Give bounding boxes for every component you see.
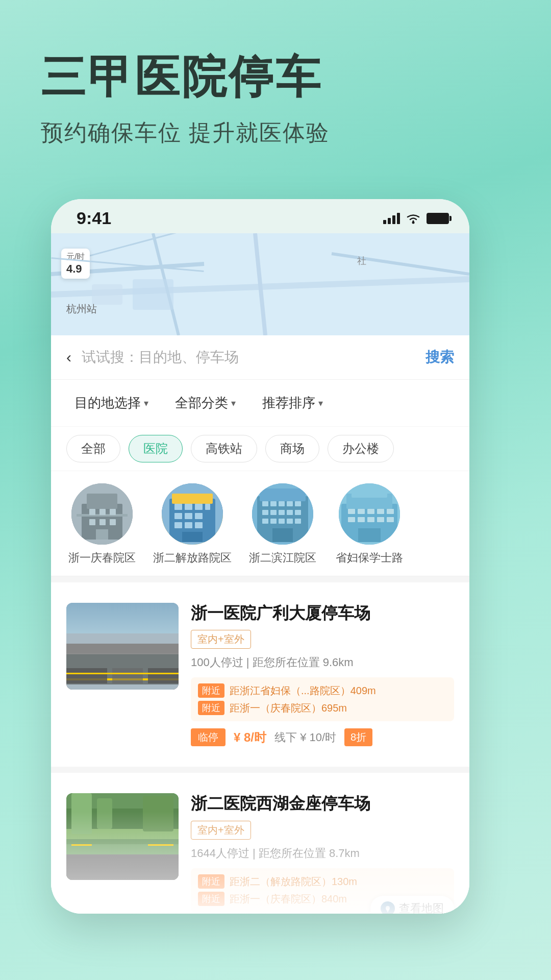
status-time: 9:41 xyxy=(77,208,111,228)
category-row: 全部 医院 高铁站 商场 办公楼 xyxy=(51,427,469,471)
price-row-1: 临停 ¥ 8/时 线下 ¥ 10/时 8折 xyxy=(191,728,454,746)
search-button[interactable]: 搜索 xyxy=(425,348,454,367)
hospital-name-1: 浙一庆春院区 xyxy=(68,551,136,566)
category-hospital[interactable]: 医院 xyxy=(129,435,183,462)
category-office[interactable]: 办公楼 xyxy=(328,435,394,462)
svg-rect-51 xyxy=(279,519,285,524)
filter-sort[interactable]: 推荐排序 ▾ xyxy=(254,390,331,416)
svg-rect-45 xyxy=(270,510,277,515)
hospital-item-3[interactable]: 浙二滨江院区 xyxy=(247,483,318,566)
hospital-thumb-1 xyxy=(71,483,133,545)
parking-card-1[interactable]: 浙一医院广利大厦停车场 室内+室外 100人停过 | 距您所在位置 9.6km … xyxy=(51,591,469,759)
nearby-badge-1: 附近 距浙江省妇保（...路院区）409m 附近 距浙一（庆春院区）695m xyxy=(191,677,454,721)
filter-category[interactable]: 全部分类 ▾ xyxy=(167,390,244,416)
hero-title: 三甲医院停车 xyxy=(41,51,510,103)
svg-rect-76 xyxy=(112,668,143,683)
hospital-list: 浙一庆春院区 xyxy=(51,471,469,576)
hospital-name-4: 省妇保学士路 xyxy=(336,551,403,566)
search-bar[interactable]: ‹ 试试搜：目的地、停车场 搜索 xyxy=(51,335,469,380)
svg-rect-41 xyxy=(279,501,285,506)
svg-rect-48 xyxy=(295,510,301,515)
category-all[interactable]: 全部 xyxy=(66,435,120,462)
hospital-thumb-3 xyxy=(252,483,313,545)
hero-section: 三甲医院停车 预约确保车位 提升就医体验 xyxy=(0,0,551,179)
svg-text:杭州站: 杭州站 xyxy=(66,303,97,314)
map-background: 杭州站 社 元/时 4.9 xyxy=(51,233,469,335)
svg-rect-40 xyxy=(270,501,277,506)
svg-rect-65 xyxy=(358,517,365,522)
filter-category-label: 全部分类 xyxy=(175,394,228,412)
svg-rect-62 xyxy=(377,509,384,514)
hospital-name-2: 浙二解放路院区 xyxy=(153,551,232,566)
svg-rect-68 xyxy=(387,517,394,522)
svg-rect-71 xyxy=(66,603,179,633)
svg-rect-8 xyxy=(133,279,173,310)
category-mall[interactable]: 商场 xyxy=(265,435,319,462)
svg-rect-34 xyxy=(195,522,203,528)
svg-rect-38 xyxy=(260,488,306,501)
card-divider-1 xyxy=(51,576,469,582)
svg-rect-27 xyxy=(195,504,203,510)
svg-rect-42 xyxy=(287,501,293,506)
parking-stats-1: 100人停过 | 距您所在位置 9.6km xyxy=(191,655,454,670)
nearby-row-1-2: 附近 距浙一（庆春院区）695m xyxy=(198,701,447,715)
svg-rect-77 xyxy=(148,668,179,683)
hospital-item-2[interactable]: 浙二解放路院区 xyxy=(153,483,232,566)
svg-rect-13 xyxy=(87,494,117,509)
nearby-label-1: 附近 xyxy=(198,683,224,698)
svg-rect-15 xyxy=(89,509,95,515)
search-input[interactable]: 试试搜：目的地、停车场 xyxy=(82,348,415,367)
svg-rect-63 xyxy=(387,509,394,514)
svg-rect-49 xyxy=(262,519,268,524)
svg-rect-29 xyxy=(174,513,182,519)
back-button[interactable]: ‹ xyxy=(66,349,71,366)
chevron-down-icon: ▾ xyxy=(144,398,148,409)
tag-row-1: 室内+室外 xyxy=(191,630,454,649)
map-price-unit: 元/时 xyxy=(66,252,85,262)
svg-rect-19 xyxy=(99,519,106,525)
hospital-item-1[interactable]: 浙一庆春院区 xyxy=(66,483,138,566)
hospital-item-4[interactable]: 省妇保学士路 xyxy=(334,483,405,566)
parking-info-1: 浙一医院广利大厦停车场 室内+室外 100人停过 | 距您所在位置 9.6km … xyxy=(191,603,454,747)
svg-rect-17 xyxy=(110,509,116,515)
svg-rect-75 xyxy=(66,668,107,683)
svg-rect-24 xyxy=(172,494,213,504)
map-price-badge: 元/时 4.9 xyxy=(61,249,90,279)
chevron-down-icon: ▾ xyxy=(231,398,236,409)
bottom-fade xyxy=(51,812,469,914)
parking-title-1: 浙一医院广利大厦停车场 xyxy=(191,603,454,624)
category-train[interactable]: 高铁站 xyxy=(191,435,257,462)
hospital-thumb-2 xyxy=(162,483,223,545)
filter-row: 目的地选择 ▾ 全部分类 ▾ 推荐排序 ▾ xyxy=(51,380,469,427)
svg-rect-54 xyxy=(272,528,293,542)
svg-rect-26 xyxy=(185,504,192,510)
svg-rect-61 xyxy=(367,509,374,514)
parking-photo-1 xyxy=(66,603,179,690)
filter-sort-label: 推荐排序 xyxy=(262,394,315,412)
status-bar: 9:41 xyxy=(51,199,469,233)
card-divider-2 xyxy=(51,767,469,773)
svg-rect-60 xyxy=(358,509,365,514)
svg-rect-59 xyxy=(348,509,355,514)
svg-rect-39 xyxy=(262,501,268,506)
svg-rect-44 xyxy=(262,510,268,515)
svg-rect-21 xyxy=(96,529,108,540)
svg-rect-50 xyxy=(270,519,277,524)
svg-rect-66 xyxy=(367,517,374,522)
price-original-1: 线下 ¥ 10/时 xyxy=(274,730,336,745)
svg-rect-58 xyxy=(352,487,387,498)
svg-rect-47 xyxy=(287,510,293,515)
svg-rect-46 xyxy=(279,510,285,515)
svg-rect-18 xyxy=(89,519,95,525)
filter-destination[interactable]: 目的地选择 ▾ xyxy=(66,390,157,416)
nearby-text-1-1: 距浙江省妇保（...路院区）409m xyxy=(230,683,376,698)
nearby-label-2: 附近 xyxy=(198,701,224,715)
svg-rect-53 xyxy=(295,519,301,524)
svg-rect-28 xyxy=(205,504,210,510)
price-type-1: 临停 xyxy=(191,728,226,746)
wifi-icon xyxy=(406,213,420,224)
phone-mockup: 9:41 xyxy=(51,199,469,914)
svg-rect-16 xyxy=(99,509,106,515)
svg-text:社: 社 xyxy=(357,256,366,266)
svg-rect-7 xyxy=(92,284,122,305)
